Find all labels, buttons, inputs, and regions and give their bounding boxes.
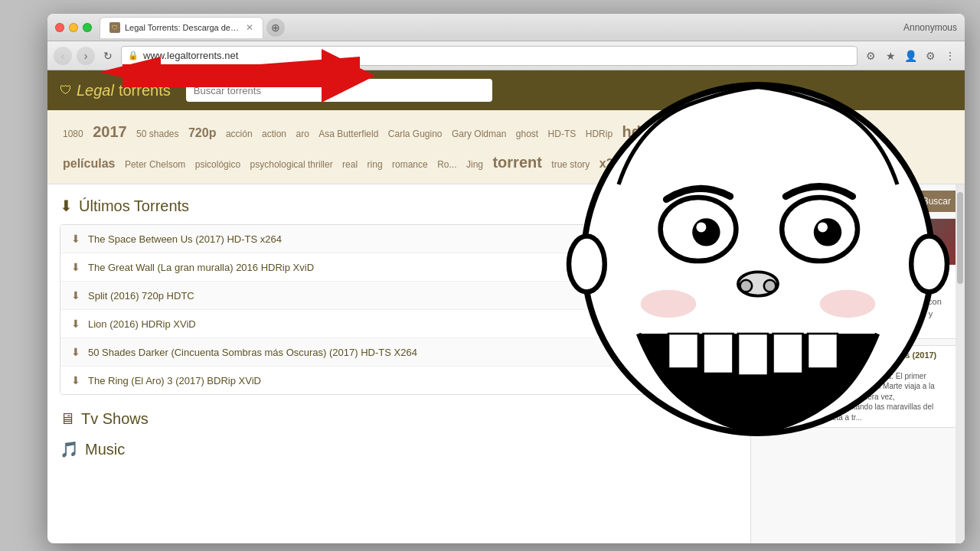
security-icon: 🔒: [128, 51, 139, 60]
tag-jing[interactable]: Jing: [466, 157, 483, 174]
refresh-button[interactable]: ↻: [100, 47, 116, 64]
scrollbar[interactable]: [956, 184, 965, 543]
maximize-button[interactable]: [83, 23, 92, 32]
logo-torrents: torrents: [119, 82, 171, 99]
main-area: ⬇ Últimos Torrents ⬇ The Space Between U…: [47, 184, 965, 543]
torrent-item[interactable]: ⬇ Split (2016) 720p HDTC: [60, 282, 737, 310]
new-tab-button[interactable]: ⊕: [266, 18, 285, 37]
tag-asa[interactable]: Asa Butterfield: [318, 126, 378, 143]
tab-bar: 🛡 Legal Torrents: Descarga de T... ✕ ⊕: [100, 17, 903, 38]
tag-romance[interactable]: romance: [392, 157, 428, 174]
split-thumbnail: SPLIT: [758, 219, 958, 265]
tag-hdrip[interactable]: HDRip: [586, 126, 612, 143]
tag-xvid[interactable]: XviD: [636, 157, 655, 174]
torrent-icon: ⬇: [71, 346, 80, 358]
tag-jamesfoley[interactable]: james foley: [749, 126, 795, 143]
space-card-desc: Reseña de la película: El primer humano …: [818, 371, 952, 423]
tag-historical[interactable]: historical: [703, 126, 739, 143]
tag-aro[interactable]: aro: [296, 126, 309, 143]
torrent-item[interactable]: ⬇ 50 Shades Darker (Cincuenta Sombras má…: [60, 338, 737, 367]
tag-hdtv[interactable]: hdtv: [622, 118, 655, 145]
tag-ro[interactable]: Ro...: [437, 157, 456, 174]
torrent-item[interactable]: ⬇ The Space Between Us (2017) HD-TS x264: [60, 225, 737, 253]
tag-2017[interactable]: 2017: [93, 118, 127, 145]
address-bar[interactable]: 🔒 www.legaltorrents.net: [121, 46, 858, 66]
search-input[interactable]: [186, 79, 492, 102]
site-logo: 🛡 Legal torrents: [60, 82, 171, 99]
tag-psicologico[interactable]: psicológico: [195, 157, 240, 174]
user-icon[interactable]: 👤: [902, 47, 919, 64]
music-section: 🎵 Music: [60, 440, 738, 458]
tag-psychological[interactable]: psychological thriller: [250, 157, 333, 174]
torrent-icon: ⬇: [71, 289, 80, 302]
seed-count: 666: [711, 375, 727, 386]
scrollbar-thumb[interactable]: [957, 192, 963, 284]
tv-icon: 🖥: [60, 410, 75, 428]
user-label: Annonymous: [903, 22, 957, 33]
tag-peliculas[interactable]: películas: [63, 153, 115, 175]
split-card[interactable]: SPLIT Split (2016) 720p HDTC Reseña de l…: [757, 218, 959, 339]
sidebar-search-input[interactable]: [757, 191, 912, 212]
tag-historia[interactable]: historia: [664, 126, 694, 143]
seed-badge: Seed: 666: [684, 375, 727, 386]
tv-shows-title: 🖥 Tv Shows: [60, 410, 738, 428]
split-card-desc: Reseña de la película: Tres chicas son s…: [764, 285, 952, 332]
torrent-icon: ⬇: [71, 318, 80, 330]
torrent-item[interactable]: ⬇ The Ring (El Aro) 3 (2017) BDRip XViD …: [60, 367, 737, 394]
tv-section: 🖥 Tv Shows: [60, 410, 738, 428]
settings-icon[interactable]: ⚙: [922, 47, 939, 64]
torrent-icon: ⬇: [71, 233, 80, 245]
sidebar-search-button[interactable]: Buscar: [915, 191, 959, 212]
nav-icons: ⚙ ★ 👤 ⚙ ⋮: [862, 47, 959, 64]
torrent-link-1[interactable]: The Space Between Us (2017) HD-TS x264: [88, 233, 727, 245]
split-thumb-text: SPLIT: [839, 236, 877, 248]
torrent-icon: ⬇: [71, 374, 80, 386]
more-icon[interactable]: ⋮: [942, 47, 959, 64]
tag-ring[interactable]: ring: [368, 157, 383, 174]
latest-torrents-title: ⬇ Últimos Torrents: [60, 197, 738, 215]
tag-torrent[interactable]: torrent: [492, 148, 541, 176]
space-card-body: The Space Between Us (2017) HD-TS x264 R…: [812, 346, 958, 428]
forward-button[interactable]: ›: [77, 47, 95, 65]
space-card[interactable]: SPA The Space Between Us (2017) HD-TS x2…: [757, 345, 959, 429]
tag-x264[interactable]: x264: [599, 153, 627, 175]
bookmark-icon[interactable]: ★: [882, 47, 899, 64]
tag-50shades[interactable]: 50 shades: [136, 126, 178, 143]
back-button[interactable]: ‹: [54, 47, 72, 65]
url-text: www.legaltorrents.net: [143, 50, 238, 61]
torrent-link-4[interactable]: Lion (2016) HDRip XViD: [88, 318, 727, 330]
tag-accion[interactable]: acción: [226, 126, 253, 143]
titlebar: 🛡 Legal Torrents: Descarga de T... ✕ ⊕ A…: [47, 14, 965, 41]
browser-tab[interactable]: 🛡 Legal Torrents: Descarga de T... ✕: [100, 17, 263, 38]
shield-icon: 🛡: [60, 83, 72, 97]
tab-close-button[interactable]: ✕: [246, 22, 253, 33]
torrent-item[interactable]: ⬇ Lion (2016) HDRip XViD: [60, 310, 737, 338]
search-widget: Buscar: [757, 191, 959, 212]
tag-1080[interactable]: 1080: [63, 126, 83, 143]
space-thumb-text: SPA: [776, 367, 794, 378]
torrent-link-3[interactable]: Split (2016) 720p HDTC: [88, 290, 727, 302]
tag-action[interactable]: action: [262, 126, 286, 143]
space-card-title: The Space Between Us (2017) HD-TS x264: [818, 350, 952, 369]
torrent-link-2[interactable]: The Great Wall (La gran muralla) 2016 HD…: [88, 262, 727, 273]
music-icon: 🎵: [60, 440, 79, 458]
minimize-button[interactable]: [69, 23, 78, 32]
site-search: [186, 79, 492, 102]
close-button[interactable]: [55, 23, 64, 32]
tag-peter[interactable]: Peter Chelsom: [125, 157, 185, 174]
torrent-link-5[interactable]: 50 Shades Darker (Cincuenta Sombras más …: [88, 347, 727, 358]
navbar: ‹ › ↻ 🔒 www.legaltorrents.net ⚙ ★ 👤 ⚙ ⋮: [47, 41, 965, 70]
torrent-link-6[interactable]: The Ring (El Aro) 3 (2017) BDRip XViD: [88, 375, 677, 386]
tag-ghost[interactable]: ghost: [516, 126, 538, 143]
tag-720p[interactable]: 720p: [188, 122, 216, 145]
torrent-item[interactable]: ⬇ The Great Wall (La gran muralla) 2016 …: [60, 253, 737, 282]
extensions-icon[interactable]: ⚙: [862, 47, 879, 64]
tag-carla[interactable]: Carla Gugino: [388, 126, 443, 143]
tag-real[interactable]: real: [342, 157, 358, 174]
tag-lion[interactable]: lion: [805, 126, 819, 143]
tag-hdts[interactable]: HD-TS: [548, 126, 577, 143]
tag-yimou[interactable]: Yimou Zhang: [665, 157, 720, 174]
tag-matt[interactable]: Matt D...: [828, 126, 863, 143]
tag-gary[interactable]: Gary Oldman: [452, 126, 506, 143]
tag-truestory[interactable]: true story: [551, 157, 590, 174]
